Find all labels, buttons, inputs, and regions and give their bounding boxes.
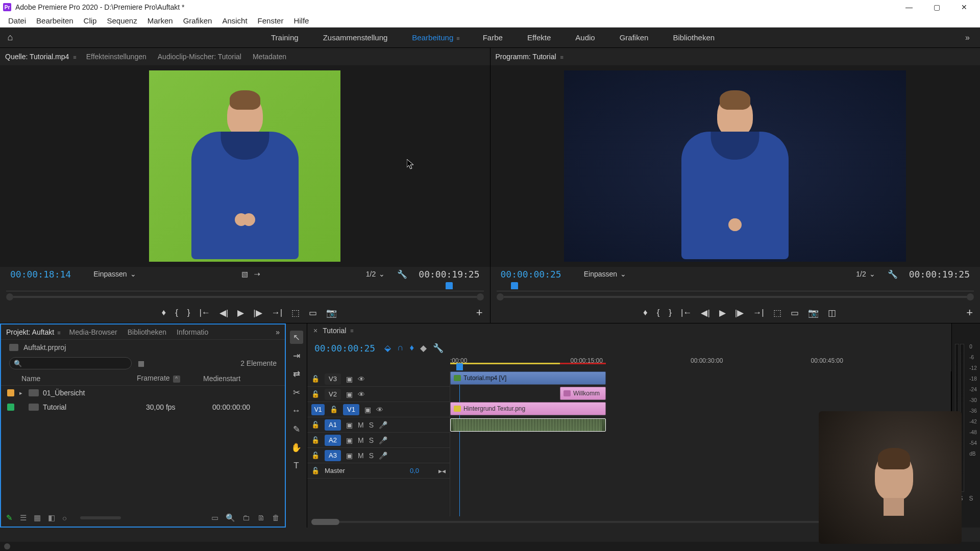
type-tool-icon[interactable]: T xyxy=(290,459,303,472)
track-header-v3[interactable]: 🔓V3▣👁 xyxy=(307,371,450,387)
tab-project[interactable]: Projekt: Auftakt≡ xyxy=(6,328,59,336)
voice-over-icon[interactable]: 🎤 xyxy=(379,436,387,444)
minimize-button[interactable]: — xyxy=(901,2,917,12)
button-editor-icon[interactable]: + xyxy=(966,306,973,319)
track-select-tool-icon[interactable]: ⇥ xyxy=(290,349,303,362)
razor-tool-icon[interactable]: ✂ xyxy=(290,386,303,399)
track-header-master[interactable]: 🔓Master0,0▸◂ xyxy=(307,463,450,479)
list-view-icon[interactable]: ☰ xyxy=(20,513,27,522)
maximize-button[interactable]: ▢ xyxy=(929,2,944,12)
export-frame-icon[interactable]: 📷 xyxy=(808,308,819,318)
timeline-timecode[interactable]: 00:00:00:25 xyxy=(314,343,375,354)
mute-icon[interactable]: M xyxy=(358,436,364,444)
step-back-icon[interactable]: ◀| xyxy=(701,308,709,318)
menu-bearbeiten[interactable]: Bearbeiten xyxy=(31,16,79,25)
label-swatch[interactable] xyxy=(7,404,14,411)
disclosure-triangle-icon[interactable]: ▸ xyxy=(19,390,26,396)
hamburger-icon[interactable]: ≡ xyxy=(350,328,352,334)
voice-over-icon[interactable]: 🎤 xyxy=(379,452,387,460)
drag-video-icon[interactable]: ▧ xyxy=(241,270,248,278)
hamburger-icon[interactable]: ≡ xyxy=(560,54,562,60)
toggle-output-icon[interactable]: 👁 xyxy=(376,406,383,414)
drag-audio-icon[interactable]: ⇢ xyxy=(254,270,260,278)
tab-libraries[interactable]: Bibliotheken xyxy=(128,328,166,336)
new-bin-icon[interactable]: 🗀 xyxy=(242,513,250,522)
ws-bibliotheken[interactable]: Bibliotheken xyxy=(673,33,715,42)
time-ruler[interactable]: :00:00 00:00:15:00 00:00:30:00 00:00:45:… xyxy=(450,357,931,367)
hamburger-icon[interactable]: ≡ xyxy=(73,54,75,60)
solo-right[interactable]: S xyxy=(969,495,973,502)
lock-icon[interactable]: 🔓 xyxy=(311,390,320,398)
ws-bearbeitung[interactable]: Bearbeitung≡ xyxy=(412,33,458,42)
program-monitor[interactable] xyxy=(491,65,981,267)
ws-effekte[interactable]: Effekte xyxy=(527,33,551,42)
menu-sequenz[interactable]: Sequenz xyxy=(102,16,142,25)
label-swatch[interactable] xyxy=(7,389,14,396)
extract-icon[interactable]: ▭ xyxy=(791,308,799,318)
find-icon[interactable]: 🔍 xyxy=(226,513,235,522)
add-marker-icon[interactable]: ♦ xyxy=(161,308,166,318)
source-time-ruler[interactable] xyxy=(6,281,484,291)
close-button[interactable]: ✕ xyxy=(957,2,972,12)
overwrite-icon[interactable]: ▭ xyxy=(309,308,317,318)
close-sequence-icon[interactable]: × xyxy=(313,327,317,335)
tabs-overflow-icon[interactable]: » xyxy=(276,328,280,336)
menu-clip[interactable]: Clip xyxy=(79,16,102,25)
tab-program[interactable]: Programm: Tutorial≡ xyxy=(496,53,562,61)
home-icon[interactable]: ⌂ xyxy=(0,32,20,43)
ripple-tool-icon[interactable]: ⇄ xyxy=(290,367,303,381)
add-marker-icon[interactable]: ♦ xyxy=(409,343,414,354)
asset-row[interactable]: Tutorial 30,00 fps 00:00:00:00 xyxy=(1,400,285,414)
sync-lock-icon[interactable]: ▣ xyxy=(346,390,353,398)
ws-zusammenstellung[interactable]: Zusammenstellung xyxy=(323,33,388,42)
track-header-a2[interactable]: 🔓A2▣MS🎤 xyxy=(307,433,450,448)
ws-farbe[interactable]: Farbe xyxy=(483,33,503,42)
menu-grafiken[interactable]: Grafiken xyxy=(178,16,217,25)
clip-image[interactable]: Hintergrund Textur.png xyxy=(450,402,606,415)
clip-audio[interactable] xyxy=(450,418,606,432)
project-search[interactable]: 🔍 xyxy=(9,357,132,369)
mute-icon[interactable]: M xyxy=(358,452,364,460)
ws-audio[interactable]: Audio xyxy=(575,33,595,42)
wrench-icon[interactable]: 🔧 xyxy=(888,269,898,279)
toggle-output-icon[interactable]: 👁 xyxy=(358,375,365,383)
lock-icon[interactable]: 🔓 xyxy=(330,406,338,413)
voice-over-icon[interactable]: 🎤 xyxy=(379,421,387,429)
source-zoom-select[interactable]: Einpassen ⌄ xyxy=(93,270,136,278)
program-timecode[interactable]: 00:00:00:25 xyxy=(501,269,561,280)
fx-badge-icon[interactable] xyxy=(564,390,571,396)
source-playhead[interactable] xyxy=(446,282,453,289)
fx-badge-icon[interactable] xyxy=(454,406,461,412)
workspace-overflow-icon[interactable]: » xyxy=(965,33,980,42)
go-to-out-icon[interactable]: →| xyxy=(272,308,282,318)
solo-icon[interactable]: S xyxy=(369,436,374,444)
program-playhead[interactable] xyxy=(511,282,518,289)
button-editor-icon[interactable]: + xyxy=(476,306,483,319)
slip-tool-icon[interactable]: ↔ xyxy=(290,404,303,417)
col-name[interactable]: Name xyxy=(9,374,137,383)
track-header-a1[interactable]: 🔓A1▣MS🎤 xyxy=(307,417,450,433)
hamburger-icon[interactable]: ≡ xyxy=(57,330,59,336)
tab-metadata[interactable]: Metadaten xyxy=(253,53,286,61)
play-icon[interactable]: ▶ xyxy=(719,308,726,318)
thumb-size-slider[interactable] xyxy=(80,516,121,519)
hamburger-icon[interactable]: ≡ xyxy=(456,35,458,41)
toggle-output-icon[interactable]: 👁 xyxy=(358,390,365,398)
track-header-v2[interactable]: 🔓V2▣👁 xyxy=(307,387,450,402)
pencil-icon[interactable]: ✎ xyxy=(6,513,13,522)
export-frame-icon[interactable]: 📷 xyxy=(326,308,337,318)
tab-info[interactable]: Informatio xyxy=(177,328,208,336)
go-to-in-icon[interactable]: |← xyxy=(200,308,210,318)
automate-to-sequence-icon[interactable]: ▭ xyxy=(211,513,218,522)
step-forward-icon[interactable]: |▶ xyxy=(735,308,744,318)
go-to-out-icon[interactable]: →| xyxy=(753,308,764,318)
mark-in-icon[interactable]: { xyxy=(175,308,178,318)
col-framerate[interactable]: Framerate^ xyxy=(137,374,203,383)
lock-icon[interactable]: 🔓 xyxy=(311,452,320,459)
add-marker-icon[interactable]: ♦ xyxy=(643,308,648,318)
lock-icon[interactable]: 🔓 xyxy=(311,467,320,474)
ws-training[interactable]: Training xyxy=(271,33,299,42)
tab-effect-controls[interactable]: Effekteinstellungen xyxy=(86,53,146,61)
track-header-v1[interactable]: V1🔓V1▣👁 xyxy=(307,402,450,417)
mark-out-icon[interactable]: } xyxy=(669,308,672,318)
